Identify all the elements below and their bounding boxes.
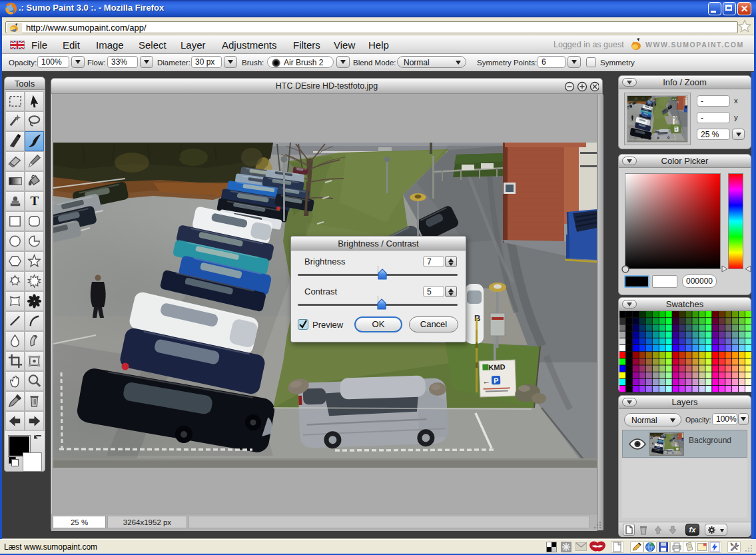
svg-text:T: T	[31, 194, 39, 208]
